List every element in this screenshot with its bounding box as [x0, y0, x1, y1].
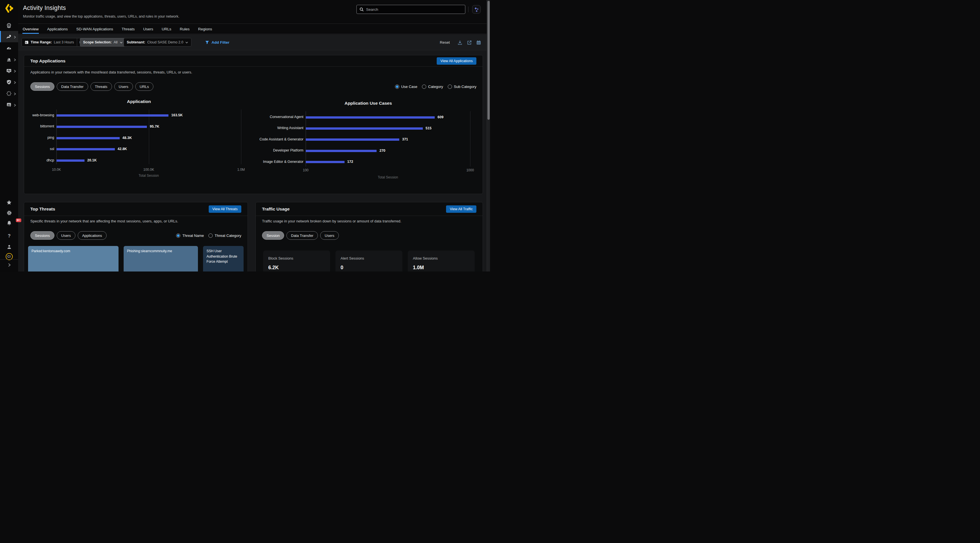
- copilot-sparkles-button[interactable]: [472, 5, 480, 14]
- stat-label: Alert Sessions: [340, 256, 364, 260]
- category-label: web-browsing: [24, 113, 54, 117]
- time-range-value: Last 3 Hours: [54, 40, 74, 44]
- toggle-data-transfer[interactable]: Data Transfer: [286, 231, 318, 240]
- toggle-users[interactable]: Users: [320, 231, 339, 240]
- gear-icon: [6, 210, 12, 216]
- card-title: Traffic Usage: [262, 207, 290, 212]
- sidebar-item-monitor-health[interactable]: [0, 65, 18, 76]
- sidebar-help-button[interactable]: ?: [0, 231, 18, 240]
- page-scrollbar[interactable]: [487, 0, 490, 272]
- radio-threat-category[interactable]: Threat Category: [208, 234, 241, 238]
- radio-threat-name[interactable]: Threat Name: [176, 234, 204, 238]
- global-search[interactable]: [356, 5, 465, 14]
- group-by-radios: Threat NameThreat Category: [176, 234, 241, 238]
- toggle-session[interactable]: Session: [262, 231, 284, 240]
- tab-rules[interactable]: Rules: [180, 24, 190, 34]
- bar-developer-platform[interactable]: [306, 150, 377, 152]
- sidebar-item-shield-check[interactable]: [0, 76, 18, 88]
- bar-image-editor-generator[interactable]: [306, 161, 345, 163]
- toggle-users[interactable]: Users: [57, 231, 75, 240]
- sidebar-item-reports[interactable]: [0, 99, 18, 110]
- bar-code-assistant-generator[interactable]: [306, 139, 399, 141]
- toggle-applications[interactable]: Applications: [78, 231, 107, 240]
- tab-threats[interactable]: Threats: [122, 24, 135, 34]
- sidebar-star-button[interactable]: [0, 198, 18, 207]
- tab-applications[interactable]: Applications: [47, 24, 68, 34]
- radio-icon: [208, 234, 213, 238]
- notification-badge: 9+: [16, 218, 21, 222]
- category-label: Conversational Agent: [254, 115, 304, 119]
- metric-toggle-group: SessionData TransferUsers: [262, 231, 339, 240]
- sidebar-item-activity-insights[interactable]: [0, 31, 18, 42]
- scope-label: Scope Selection:: [83, 40, 112, 44]
- bell-icon: 9+: [6, 220, 12, 226]
- sidebar-item-radar[interactable]: [0, 19, 18, 31]
- tab-sd-wan-applications[interactable]: SD-WAN Applications: [76, 24, 113, 34]
- sidebar-user-button[interactable]: [0, 242, 18, 252]
- stat-value: 1.0M: [413, 265, 424, 271]
- toggle-sessions[interactable]: Sessions: [30, 231, 54, 240]
- bar-ssl[interactable]: [56, 148, 115, 150]
- page-subtitle: Monitor traffic usage, and view the top …: [23, 14, 179, 18]
- stat-value: 0: [340, 265, 344, 271]
- sidebar-item-dashboard-gauge[interactable]: [0, 42, 18, 54]
- time-range-filter[interactable]: Time Range: Last 3 Hours ✕: [22, 38, 84, 46]
- sparkles-icon: [474, 7, 479, 12]
- chevron-down-icon: [120, 41, 123, 44]
- view-all-threats-button[interactable]: View All Threats: [209, 205, 241, 213]
- add-filter-button[interactable]: Add Filter: [205, 38, 229, 46]
- sidebar-item-dotted-circle[interactable]: [0, 88, 18, 99]
- dashboard-gauge-icon: [6, 45, 12, 51]
- sidebar-collapse-chevron-icon[interactable]: [0, 260, 18, 269]
- sidebar-gear-button[interactable]: [0, 208, 18, 217]
- top-threats-header: Top Threats View All Threats: [24, 202, 248, 216]
- category-label: ping: [24, 135, 54, 140]
- share-export-icon[interactable]: [467, 40, 472, 45]
- reset-button[interactable]: Reset: [440, 38, 450, 46]
- download-icon[interactable]: [457, 40, 463, 45]
- tab-urls[interactable]: URLs: [162, 24, 171, 34]
- bar-writing-assistant[interactable]: [306, 127, 423, 130]
- chart-title: Application: [24, 99, 254, 104]
- tab-regions[interactable]: Regions: [198, 24, 212, 34]
- sidebar-item-incident-siren[interactable]: [0, 54, 18, 65]
- axis-tick: 100: [293, 168, 318, 172]
- calendar-icon: [25, 40, 29, 44]
- treemap-tile[interactable]: SSH User Authentication Brute Force Atte…: [203, 246, 243, 272]
- scope-selection-filter[interactable]: Scope Selection: All: [80, 38, 126, 46]
- user-icon: [6, 244, 12, 250]
- pan-logo-icon[interactable]: [5, 4, 13, 13]
- bar-ping[interactable]: [56, 137, 120, 139]
- sidebar-divider: [0, 259, 18, 260]
- bar-bittorrent[interactable]: [56, 126, 147, 128]
- tab-users[interactable]: Users: [143, 24, 153, 34]
- stat-block-sessions: Block Sessions6.2K: [263, 250, 330, 272]
- bar-conversational-agent[interactable]: [306, 116, 435, 119]
- user-avatar[interactable]: CI: [0, 252, 18, 261]
- chart-title: Application Use Cases: [254, 101, 483, 106]
- tab-overview[interactable]: Overview: [23, 24, 38, 34]
- bar-dhcp[interactable]: [56, 159, 84, 162]
- axis-label: Total Session: [306, 175, 470, 179]
- scrollbar-thumb[interactable]: [487, 1, 490, 120]
- treemap-tile[interactable]: Phishing:slearncommnuity.me: [124, 246, 198, 272]
- sidebar-bell-button[interactable]: 9+: [0, 218, 18, 228]
- stat-alert-sessions: Alert Sessions0: [336, 250, 402, 272]
- view-all-traffic-button[interactable]: View All Traffic: [446, 205, 476, 213]
- category-label: ssl: [24, 147, 54, 151]
- filter-bar: Time Range: Last 3 Hours ✕ Scope Selecti…: [18, 34, 487, 50]
- bar-value: 20.1K: [88, 158, 97, 162]
- star-icon: [6, 200, 12, 205]
- search-icon: [360, 7, 364, 12]
- treemap-tile[interactable]: Parked:kentonsawdy.com: [28, 246, 119, 272]
- threats-treemap: Parked:kentonsawdy.comPhishing:slearncom…: [28, 246, 243, 272]
- scheduled-reports-icon[interactable]: [476, 40, 481, 45]
- chevron-right-icon: [13, 35, 16, 38]
- bar-value: 270: [379, 149, 385, 153]
- subtenant-filter[interactable]: Subtenant: Cloud SASE Demo 2.0: [124, 38, 191, 46]
- reports-icon: [6, 102, 12, 108]
- incident-siren-icon: [6, 57, 12, 62]
- scope-value: All: [114, 40, 118, 44]
- search-input[interactable]: [366, 7, 462, 12]
- bar-web-browsing[interactable]: [56, 114, 169, 116]
